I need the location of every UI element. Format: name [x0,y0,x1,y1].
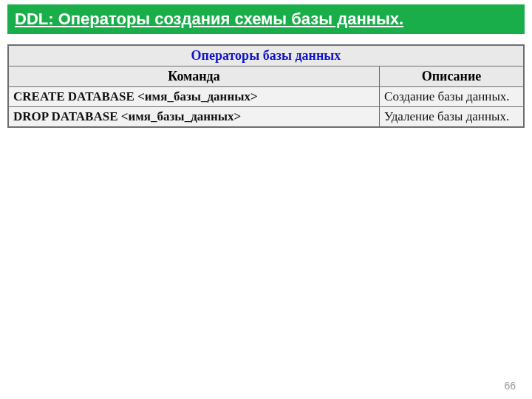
cell-description: Удаление базы данных. [380,107,524,128]
cell-command: CREATE DATABASE <имя_базы_данных> [8,87,380,107]
table-caption: Операторы базы данных [8,45,524,66]
page-number: 66 [504,380,516,392]
table-row: CREATE DATABASE <имя_базы_данных> Создан… [8,87,524,107]
cell-command: DROP DATABASE <имя_базы_данных> [8,107,380,128]
cell-description: Создание базы данных. [380,87,524,107]
col-description: Описание [380,66,524,87]
slide-header: DDL: Операторы создания схемы базы данны… [7,4,525,34]
table-row: DROP DATABASE <имя_базы_данных> Удаление… [8,107,524,128]
slide-title: DDL: Операторы создания схемы базы данны… [15,10,517,29]
table-container: Операторы базы данных Команда Описание C… [7,44,525,128]
operators-table: Операторы базы данных Команда Описание C… [7,44,525,128]
col-command: Команда [8,66,380,87]
table-header-row: Команда Описание [8,66,524,87]
table-caption-row: Операторы базы данных [8,45,524,66]
